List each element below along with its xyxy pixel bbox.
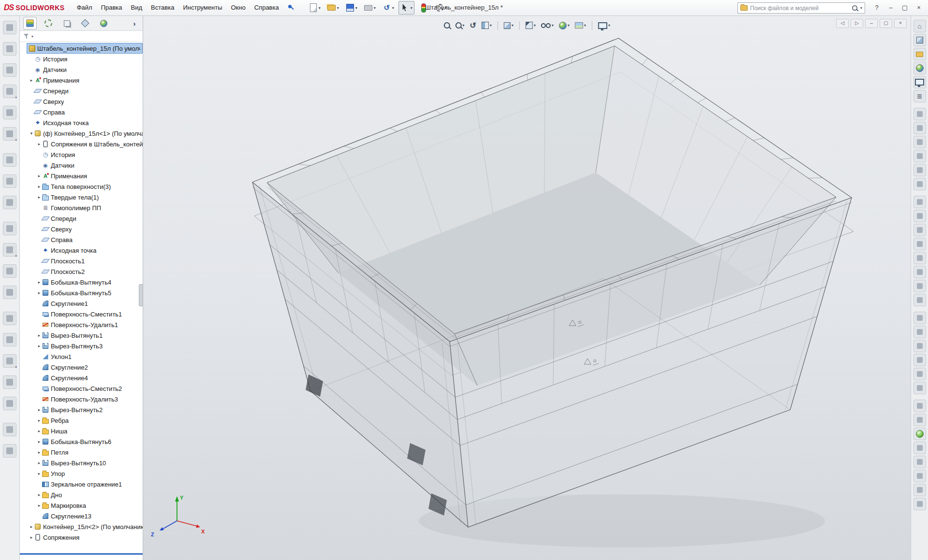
close-document-button[interactable]: × <box>894 19 907 28</box>
dropdown-arrow-icon[interactable]: ▾ <box>411 6 412 10</box>
left-toolbar-icon[interactable] <box>3 106 16 119</box>
menu-item[interactable]: Справка <box>250 0 283 15</box>
expand-arrow-icon[interactable]: ▸ <box>36 184 42 189</box>
menu-item[interactable]: Файл <box>73 0 97 15</box>
expand-arrow-icon[interactable]: ▸ <box>29 535 34 540</box>
left-toolbar-icon[interactable] <box>3 286 16 299</box>
tree-item[interactable]: Сверху <box>20 96 143 107</box>
dropdown-arrow-icon[interactable]: ▾ <box>534 23 536 28</box>
left-toolbar-icon[interactable] <box>3 375 16 389</box>
cube-icon[interactable] <box>913 34 926 46</box>
tree-item[interactable]: Справа <box>20 234 143 245</box>
menu-item[interactable]: Инструменты <box>178 0 226 15</box>
tree-item[interactable]: Штабель_контейнер_15л (По умолчани <box>20 43 143 54</box>
tree-item[interactable]: ▸Бобышка-Вытянуть5 <box>20 287 143 298</box>
left-toolbar-icon[interactable] <box>3 63 16 77</box>
expand-arrow-icon[interactable]: ▸ <box>36 439 42 444</box>
left-toolbar-icon[interactable] <box>3 42 16 56</box>
menu-item[interactable]: Вставка <box>147 0 178 15</box>
tree-item[interactable]: Поверхность-Удалить3 <box>20 394 143 404</box>
previous-view-button[interactable] <box>469 20 477 31</box>
open-button[interactable]: ▾ <box>325 1 341 14</box>
left-toolbar-icon[interactable]: ▾ <box>3 243 16 257</box>
right-toolbar-icon[interactable] <box>913 266 926 278</box>
tree-item[interactable]: Зеркальное отражение1 <box>20 479 143 489</box>
dimxpertmanager-tab[interactable] <box>79 17 91 29</box>
right-toolbar-icon[interactable] <box>913 210 926 222</box>
expand-arrow-icon[interactable]: ▸ <box>36 195 42 200</box>
dropdown-arrow-icon[interactable]: ▾ <box>608 23 610 28</box>
right-toolbar-icon[interactable] <box>913 150 926 162</box>
expand-arrow-icon[interactable]: ▸ <box>36 333 42 338</box>
dropdown-arrow-icon[interactable]: ▾ <box>584 23 586 28</box>
tree-item[interactable]: ▸Сопряжения в Штабель_контей <box>20 139 143 149</box>
tree-item[interactable]: Датчики <box>20 64 143 75</box>
next-document-button[interactable]: ▷ <box>851 19 863 28</box>
tree-item[interactable]: Поверхность-Сместить2 <box>20 383 143 394</box>
left-toolbar-icon[interactable] <box>3 423 16 436</box>
left-toolbar-icon[interactable]: ▾ <box>3 85 16 98</box>
tree-item[interactable]: ▸Контейнер_15л<2> (По умолчанию <box>20 521 143 532</box>
dropdown-arrow-icon[interactable]: ▾ <box>568 23 570 28</box>
left-toolbar-icon[interactable]: ▾ <box>3 127 16 141</box>
left-toolbar-icon[interactable] <box>3 174 16 188</box>
tree-item[interactable]: Сверху <box>20 224 143 234</box>
expand-arrow-icon[interactable]: ▾ <box>29 131 34 136</box>
expand-arrow-icon[interactable]: ▸ <box>36 503 42 508</box>
tree-item[interactable]: ▸Петля <box>20 447 143 458</box>
tree-item[interactable]: ▾(ф) Контейнер_15л<1> (По умолчан <box>20 128 143 139</box>
viewport[interactable]: ▾▾▾▾▾▾▾▾ ◁▷–▢× YXZ <box>143 16 911 560</box>
select-button[interactable]: ▾ <box>398 1 414 14</box>
folder-icon[interactable] <box>913 48 926 60</box>
search-icon[interactable] <box>852 5 857 11</box>
right-toolbar-icon[interactable] <box>913 280 926 292</box>
tree-item[interactable]: Уклон1 <box>20 351 143 362</box>
right-toolbar-icon[interactable] <box>913 414 926 426</box>
left-toolbar-icon[interactable] <box>3 444 16 458</box>
tree-item[interactable]: ▸Дно <box>20 489 143 500</box>
right-toolbar-icon[interactable] <box>913 340 926 352</box>
tree-item[interactable]: Гомополимер ПП <box>20 202 143 213</box>
expand-arrow-icon[interactable]: ▸ <box>29 78 34 83</box>
right-toolbar-icon[interactable] <box>913 400 926 412</box>
right-toolbar-icon[interactable] <box>913 382 926 394</box>
dropdown-arrow-icon[interactable]: ▾ <box>337 6 339 10</box>
right-toolbar-icon[interactable] <box>913 354 926 366</box>
menu-item[interactable]: Окно <box>227 0 250 15</box>
expand-arrow-icon[interactable]: ▸ <box>36 407 42 412</box>
tree-item[interactable]: Исходная точка <box>20 245 143 256</box>
left-toolbar-icon[interactable] <box>3 153 16 167</box>
expand-arrow-icon[interactable]: ▸ <box>29 524 34 529</box>
left-toolbar-icon[interactable] <box>3 21 16 34</box>
print-button[interactable]: ▾ <box>362 1 378 14</box>
expand-arrow-icon[interactable]: ▸ <box>36 492 42 497</box>
search-box[interactable]: Поиск файлов и моделей ▾ <box>737 2 865 14</box>
pin-menu-icon[interactable] <box>287 4 294 11</box>
right-toolbar-icon[interactable] <box>913 122 926 134</box>
tree-filter-row[interactable]: ▾ <box>20 31 143 42</box>
tree-item[interactable]: ▸Ребра <box>20 415 143 426</box>
panel-splitter-handle[interactable] <box>139 284 143 306</box>
right-toolbar-icon[interactable] <box>913 196 926 208</box>
tree-item[interactable]: Поверхность-Сместить1 <box>20 309 143 319</box>
menu-item[interactable]: Вид <box>127 0 147 15</box>
help-button[interactable]: ? <box>870 2 883 14</box>
tree-item[interactable]: Скругление1 <box>20 298 143 309</box>
new-document-button[interactable]: ▾ <box>307 1 323 14</box>
expand-arrow-icon[interactable]: ▸ <box>36 344 42 348</box>
tree-item[interactable]: ▸Ниша <box>20 426 143 436</box>
right-toolbar-icon[interactable] <box>913 224 926 236</box>
right-toolbar-icon[interactable] <box>913 136 926 148</box>
left-toolbar-icon[interactable] <box>3 222 16 235</box>
dropdown-arrow-icon[interactable]: ▾ <box>490 23 492 28</box>
home-icon[interactable]: ⌂ <box>913 20 926 32</box>
dropdown-arrow-icon[interactable]: ▾ <box>392 6 394 10</box>
tree-item[interactable]: ▸Сопряжения <box>20 532 143 543</box>
right-toolbar-icon[interactable] <box>913 238 926 250</box>
ball-icon[interactable] <box>913 62 926 74</box>
restore-button[interactable]: ▢ <box>899 2 911 14</box>
tree-item[interactable]: Спереди <box>20 213 143 224</box>
search-dropdown-icon[interactable]: ▾ <box>860 6 862 10</box>
right-toolbar-icon[interactable] <box>913 108 926 120</box>
previous-document-button[interactable]: ◁ <box>836 19 849 28</box>
